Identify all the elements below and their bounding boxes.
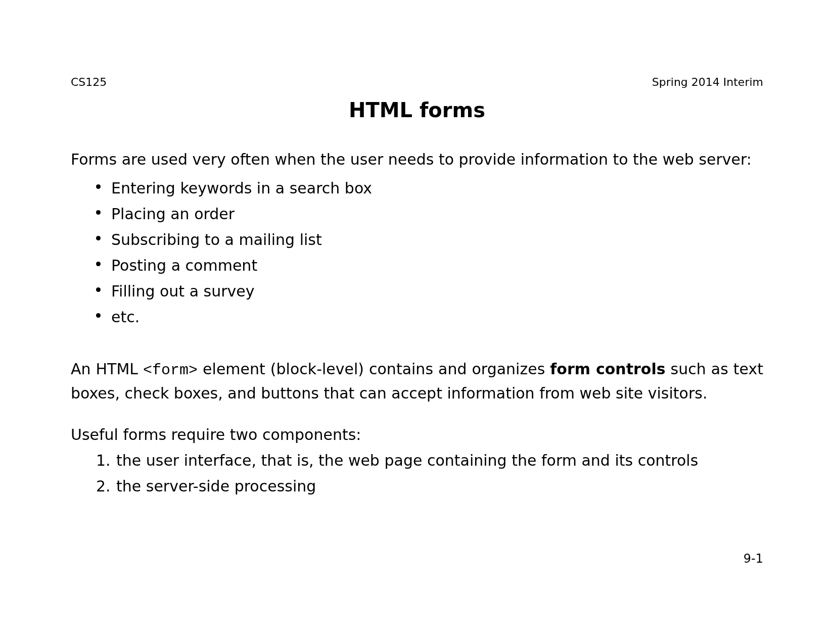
list-item: the user interface, that is, the web pag… <box>96 448 763 473</box>
components-list: the user interface, that is, the web pag… <box>71 448 763 499</box>
page-title: HTML forms <box>71 98 763 122</box>
list-item: Filling out a survey <box>96 278 763 304</box>
form-description: An HTML <form> element (block-level) con… <box>71 358 763 406</box>
page-header: CS125 Spring 2014 Interim <box>71 76 763 88</box>
list-item: Posting a comment <box>96 253 763 278</box>
use-case-list: Entering keywords in a search box Placin… <box>71 175 763 330</box>
text-segment: An HTML <box>71 360 143 378</box>
list-item: Placing an order <box>96 201 763 227</box>
page-number: 9-1 <box>744 552 763 566</box>
code-literal: <form> <box>143 362 198 379</box>
slide-page: CS125 Spring 2014 Interim HTML forms For… <box>0 0 834 644</box>
components-intro: Useful forms require two components: <box>71 426 763 443</box>
course-code: CS125 <box>71 76 107 88</box>
text-segment: element (block-level) contains and organ… <box>198 360 550 378</box>
list-item: Subscribing to a mailing list <box>96 227 763 253</box>
list-item: the server-side processing <box>96 473 763 499</box>
intro-text: Forms are used very often when the user … <box>71 150 763 170</box>
list-item: etc. <box>96 304 763 330</box>
emphasis: form controls <box>550 360 665 378</box>
list-item: Entering keywords in a search box <box>96 175 763 201</box>
term-label: Spring 2014 Interim <box>652 76 763 88</box>
